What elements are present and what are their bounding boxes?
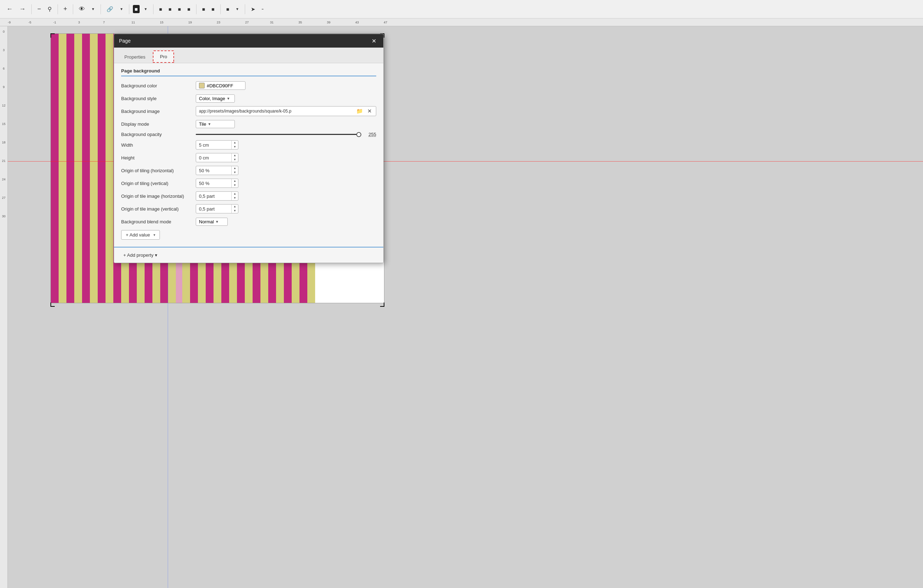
- add-value-label: + Add value: [126, 232, 150, 237]
- origin-tiling-v-spinner[interactable]: 50 % ▲ ▼: [196, 179, 238, 188]
- origin-tile-img-h-text: 0,5 part: [196, 192, 231, 200]
- distribute-v-button[interactable]: ■: [209, 5, 216, 13]
- background-image-path: app://presets/images/backgrounds/square/…: [199, 109, 353, 114]
- background-style-arrow-icon: ▼: [227, 97, 230, 100]
- background-color-row: Background color #DBCD90FF: [121, 80, 376, 90]
- zoom-out-button[interactable]: −: [35, 4, 43, 14]
- width-up-button[interactable]: ▲: [232, 141, 238, 145]
- origin-tiling-h-up-button[interactable]: ▲: [232, 166, 238, 170]
- zoom-in-button[interactable]: +: [61, 4, 70, 14]
- origin-tiling-h-arrows: ▲ ▼: [231, 166, 238, 175]
- display-mode-text: Tile: [199, 121, 206, 127]
- origin-tile-img-v-down-button[interactable]: ▼: [232, 209, 238, 213]
- origin-tiling-v-down-button[interactable]: ▼: [232, 183, 238, 187]
- height-arrows: ▲ ▼: [231, 153, 238, 162]
- origin-tile-img-v-value: 0,5 part ▲ ▼: [196, 204, 376, 213]
- origin-tile-img-v-up-button[interactable]: ▲: [232, 205, 238, 209]
- origin-tiling-v-up-button[interactable]: ▲: [232, 179, 238, 183]
- align-ml-button[interactable]: ■: [185, 5, 192, 13]
- browse-file-button[interactable]: 📁: [355, 108, 364, 115]
- dialog-tabs: Properties Pro: [114, 47, 383, 63]
- origin-tiling-h-spinner[interactable]: 50 % ▲ ▼: [196, 166, 238, 175]
- forward-button[interactable]: →: [17, 4, 28, 14]
- display-mode-arrow-icon: ▼: [207, 122, 211, 126]
- origin-tile-img-h-spinner[interactable]: 0,5 part ▲ ▼: [196, 192, 238, 201]
- background-style-value: Color, Image ▼: [196, 95, 376, 103]
- arrow1-button[interactable]: ➤: [249, 5, 258, 14]
- toolbar-separator-6: [153, 4, 153, 14]
- origin-tiling-h-row: Origin of tiling (horizontal) 50 % ▲ ▼: [121, 165, 376, 175]
- origin-tiling-v-value: 50 % ▲ ▼: [196, 179, 376, 188]
- toolbar: ← → − ⚲ + 👁 ▼ 🔗 ▼ ■ ▼ ■ ■ ■ ■ ■ ■ ■ ▼ ➤ …: [0, 0, 923, 18]
- origin-tile-img-h-down-button[interactable]: ▼: [232, 196, 238, 200]
- background-style-text: Color, Image: [199, 96, 225, 101]
- origin-tile-img-v-arrows: ▲ ▼: [231, 205, 238, 213]
- tab-properties[interactable]: Properties: [118, 51, 152, 63]
- background-image-label: Background image: [121, 109, 196, 114]
- display-mode-dropdown[interactable]: Tile ▼: [196, 120, 235, 128]
- background-style-label: Background style: [121, 96, 196, 101]
- align-tc-button[interactable]: ■: [166, 5, 173, 13]
- add-property-label: + Add property: [123, 252, 153, 258]
- dialog: Page ✕ Properties Pro Page background Ba…: [114, 34, 384, 263]
- opacity-slider-track[interactable]: [196, 134, 361, 135]
- toolbar-separator-8: [220, 4, 221, 14]
- origin-tile-img-v-text: 0,5 part: [196, 205, 231, 213]
- color-value-text: #DBCD90FF: [207, 83, 233, 88]
- ruler-top: -9 -5 -1 3 7 11 15 19 23 27 31 35 39 43 …: [0, 18, 923, 26]
- width-value: 5 cm ▲ ▼: [196, 140, 376, 149]
- width-text: 5 cm: [196, 141, 231, 149]
- origin-tile-img-v-spinner[interactable]: 0,5 part ▲ ▼: [196, 204, 238, 213]
- search-button[interactable]: ⚲: [46, 4, 54, 14]
- origin-tiling-v-text: 50 %: [196, 180, 231, 187]
- origin-tile-img-h-value: 0,5 part ▲ ▼: [196, 192, 376, 201]
- height-spinner[interactable]: 0 cm ▲ ▼: [196, 153, 238, 162]
- color-dropdown-button[interactable]: ▼: [142, 6, 149, 12]
- image-path-icons: 📁 ✕: [355, 108, 373, 115]
- toolbar-separator-2: [57, 4, 58, 14]
- origin-tile-img-h-up-button[interactable]: ▲: [232, 192, 238, 196]
- background-image-input[interactable]: app://presets/images/backgrounds/square/…: [196, 106, 376, 116]
- add-property-button[interactable]: + Add property ▾: [121, 251, 159, 259]
- opacity-slider-thumb[interactable]: [356, 132, 361, 137]
- height-label: Height: [121, 155, 196, 161]
- origin-tiling-v-row: Origin of tiling (vertical) 50 % ▲ ▼: [121, 178, 376, 188]
- back-button[interactable]: ←: [4, 4, 15, 14]
- background-style-dropdown[interactable]: Color, Image ▼: [196, 95, 235, 103]
- origin-tiling-h-text: 50 %: [196, 167, 231, 174]
- origin-tile-img-h-arrows: ▲ ▼: [231, 192, 238, 200]
- background-image-value: app://presets/images/backgrounds/square/…: [196, 106, 376, 116]
- tab-pro[interactable]: Pro: [153, 51, 174, 63]
- width-spinner[interactable]: 5 cm ▲ ▼: [196, 140, 238, 149]
- background-blend-mode-dropdown[interactable]: Normal ▼: [196, 218, 228, 226]
- link-dropdown-button[interactable]: ▼: [118, 6, 125, 12]
- link-button[interactable]: 🔗: [104, 5, 115, 14]
- width-down-button[interactable]: ▼: [232, 145, 238, 149]
- width-label: Width: [121, 142, 196, 148]
- eye-dropdown-button[interactable]: ▼: [89, 6, 97, 12]
- height-text: 0 cm: [196, 154, 231, 162]
- dialog-close-button[interactable]: ✕: [370, 37, 378, 45]
- align-tr-button[interactable]: ■: [176, 5, 183, 13]
- color-button[interactable]: ■: [133, 5, 140, 13]
- clear-image-button[interactable]: ✕: [366, 108, 373, 115]
- align-tl-button[interactable]: ■: [157, 5, 164, 13]
- opacity-value: 255: [366, 132, 376, 137]
- export-dropdown-button[interactable]: ▼: [233, 6, 241, 12]
- eye-button[interactable]: 👁: [77, 4, 87, 14]
- display-mode-label: Display mode: [121, 121, 196, 127]
- width-row: Width 5 cm ▲ ▼: [121, 140, 376, 150]
- add-value-arrow-icon: ▾: [153, 233, 155, 237]
- add-value-button[interactable]: + Add value ▾: [121, 230, 160, 240]
- export-button[interactable]: ■: [224, 5, 231, 13]
- add-property-arrow-icon: ▾: [155, 252, 158, 258]
- height-up-button[interactable]: ▲: [232, 153, 238, 158]
- distribute-h-button[interactable]: ■: [200, 5, 207, 13]
- origin-tiling-h-down-button[interactable]: ▼: [232, 170, 238, 175]
- arrow2-button[interactable]: ╴: [260, 5, 267, 14]
- toolbar-separator-3: [73, 4, 73, 14]
- background-opacity-row: Background opacity 255: [121, 132, 376, 137]
- display-mode-value: Tile ▼: [196, 120, 376, 128]
- color-picker-button[interactable]: #DBCD90FF: [196, 81, 245, 90]
- height-down-button[interactable]: ▼: [232, 158, 238, 162]
